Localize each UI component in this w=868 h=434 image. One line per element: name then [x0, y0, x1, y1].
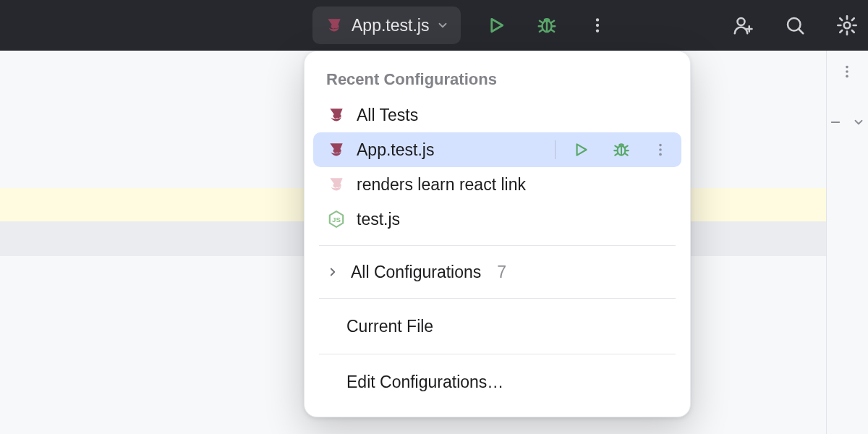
jest-icon — [324, 15, 344, 35]
svg-point-12 — [659, 148, 662, 151]
edit-configurations-label: Edit Configurations… — [346, 373, 503, 392]
add-user-icon[interactable] — [731, 13, 755, 38]
more-actions-button[interactable] — [585, 13, 610, 38]
separator — [319, 298, 676, 299]
config-item-app-test[interactable]: App.test.js — [313, 132, 681, 167]
svg-point-8 — [846, 70, 848, 73]
svg-point-1 — [596, 18, 599, 21]
search-icon[interactable] — [783, 13, 807, 38]
svg-text:JS: JS — [332, 216, 341, 224]
config-item-all-tests[interactable]: All Tests — [305, 98, 690, 132]
gutter-more-icon[interactable] — [839, 64, 855, 80]
svg-point-9 — [846, 75, 848, 78]
config-item-test-js[interactable]: JS test.js — [305, 202, 690, 237]
svg-point-6 — [844, 22, 851, 29]
run-config-label: App.test.js — [352, 16, 429, 35]
node-icon: JS — [326, 209, 346, 229]
top-toolbar: App.test.js — [0, 0, 868, 51]
current-file-label: Current File — [346, 317, 433, 336]
svg-point-4 — [738, 18, 745, 25]
run-actions — [484, 13, 610, 38]
svg-point-3 — [596, 29, 599, 32]
config-item-label: test.js — [357, 210, 400, 229]
svg-point-13 — [659, 153, 662, 156]
debug-button[interactable] — [612, 140, 631, 159]
all-configurations-label: All Configurations — [351, 263, 481, 282]
svg-point-7 — [846, 66, 848, 69]
jest-icon — [326, 174, 346, 195]
svg-point-11 — [659, 144, 662, 147]
all-configurations-count: 7 — [497, 263, 506, 282]
chevron-right-icon — [326, 265, 339, 278]
run-button[interactable] — [484, 13, 509, 38]
chevron-down-icon — [436, 19, 449, 32]
item-more-icon[interactable] — [652, 142, 668, 158]
separator — [319, 245, 676, 246]
jest-icon — [326, 140, 346, 160]
run-configurations-popup: Recent Configurations All Tests App.test… — [304, 51, 691, 417]
popup-section-header: Recent Configurations — [305, 64, 690, 98]
config-item-renders-link[interactable]: renders learn react link — [305, 167, 690, 202]
config-item-label: All Tests — [357, 106, 418, 125]
svg-point-2 — [596, 24, 599, 27]
gear-icon[interactable] — [835, 13, 859, 38]
config-item-label: App.test.js — [357, 140, 434, 160]
run-config-dropdown[interactable]: App.test.js — [312, 7, 461, 44]
chevron-down-icon[interactable] — [852, 116, 865, 129]
current-file-row[interactable]: Current File — [305, 307, 690, 345]
debug-button[interactable] — [535, 13, 559, 38]
gutter-dash-icon[interactable] — [829, 116, 842, 129]
right-gutter — [826, 51, 868, 434]
config-item-label: renders learn react link — [357, 175, 526, 195]
all-configurations-row[interactable]: All Configurations 7 — [305, 255, 690, 289]
jest-icon — [326, 105, 346, 125]
edit-configurations-row[interactable]: Edit Configurations… — [305, 363, 690, 401]
separator — [319, 354, 676, 354]
run-button[interactable] — [571, 140, 590, 159]
toolbar-right — [731, 13, 859, 38]
